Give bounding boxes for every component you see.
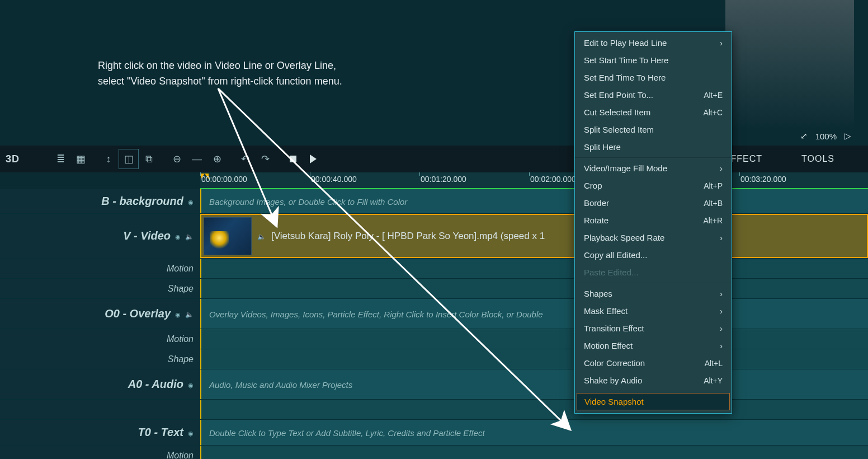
ruler-tick: 00:03:20.000 bbox=[740, 175, 786, 184]
track-label: Motion bbox=[167, 264, 194, 274]
grid-icon[interactable]: ▦ bbox=[70, 149, 91, 169]
clip-thumbnail bbox=[204, 217, 252, 255]
track-label: T0 - Text bbox=[138, 426, 184, 439]
split-panel-icon[interactable]: ⧉ bbox=[139, 149, 159, 169]
ruler-tick: 00:01:20.000 bbox=[421, 175, 466, 184]
track-video[interactable]: V - Video [Vietsub Kara] Roly Poly - [ H… bbox=[0, 214, 868, 259]
speaker-icon[interactable] bbox=[185, 232, 194, 241]
menu-item-label: Motion Effect bbox=[584, 341, 633, 350]
track-label: O0 - Overlay bbox=[105, 307, 171, 320]
menu-item-shortcut: Alt+R bbox=[703, 216, 723, 225]
menu-item[interactable]: RotateAlt+R bbox=[575, 212, 732, 229]
expand-icon[interactable]: ⤢ bbox=[800, 131, 808, 141]
menu-item[interactable]: Set End Time To Here bbox=[575, 69, 732, 86]
menu-item[interactable]: Video/Image Fill Mode› bbox=[575, 160, 732, 177]
menu-item-label: Video/Image Fill Mode bbox=[584, 163, 667, 173]
menu-item-label: Copy all Edited... bbox=[584, 250, 647, 260]
annotation-line-1: Right click on the video in Video Line o… bbox=[98, 58, 342, 74]
menu-item[interactable]: Split Here bbox=[575, 138, 732, 156]
eye-icon[interactable] bbox=[188, 380, 194, 389]
menu-item-label: Crop bbox=[584, 181, 602, 190]
menu-item-label: Shapes bbox=[584, 289, 612, 298]
timeline-ruler[interactable]: 00:00:00.00000:00:40.00000:01:20.00000:0… bbox=[0, 172, 868, 188]
menu-item[interactable]: Cut Selected ItemAlt+C bbox=[575, 104, 732, 121]
menu-item-label: Playback Speed Rate bbox=[584, 233, 664, 242]
menu-item[interactable]: Split Selected Item bbox=[575, 121, 732, 138]
align-left-icon[interactable]: ≣ bbox=[50, 149, 70, 169]
eye-icon[interactable] bbox=[188, 197, 194, 206]
menu-item-label: Set Start Time To Here bbox=[584, 55, 668, 65]
submenu-arrow-icon: › bbox=[720, 38, 723, 48]
menu-item-label: Shake by Audio bbox=[584, 376, 642, 385]
context-menu[interactable]: Edit to Play Head Line›Set Start Time To… bbox=[574, 31, 732, 414]
menu-item-label: Video Snapshot bbox=[584, 397, 644, 406]
menu-item-shortcut: Alt+E bbox=[704, 91, 723, 100]
clip-title: [Vietsub Kara] Roly Poly - [ HPBD Park S… bbox=[271, 231, 545, 242]
menu-item-label: Split Here bbox=[584, 142, 621, 152]
eye-icon[interactable] bbox=[175, 232, 181, 241]
menu-item-shortcut: Alt+Y bbox=[704, 376, 723, 385]
menu-item[interactable]: Color CorrectionAlt+L bbox=[575, 354, 732, 372]
track-video-shape[interactable]: Shape bbox=[0, 279, 868, 299]
menu-item-shortcut: Alt+C bbox=[703, 108, 723, 117]
eye-icon[interactable] bbox=[175, 310, 181, 319]
menu-item[interactable]: Set End Point To...Alt+E bbox=[575, 86, 732, 104]
track-video-motion[interactable]: Motion bbox=[0, 259, 868, 279]
redo-icon[interactable]: ↷ bbox=[255, 149, 275, 169]
play-icon[interactable]: ▷ bbox=[845, 131, 851, 141]
stop-button[interactable] bbox=[283, 149, 303, 169]
menu-item-label: Color Correction bbox=[584, 358, 645, 368]
tab-tools[interactable]: TOOLS bbox=[801, 154, 834, 164]
track-text-motion[interactable]: Motion bbox=[0, 446, 868, 459]
track-label: V - Video bbox=[123, 230, 171, 242]
submenu-arrow-icon: › bbox=[720, 341, 723, 350]
track-overlay-motion[interactable]: Motion bbox=[0, 329, 868, 349]
ruler-tick: 00:00:40.000 bbox=[311, 175, 357, 184]
menu-item[interactable]: Video Snapshot bbox=[577, 393, 730, 410]
menu-item[interactable]: Shapes› bbox=[575, 285, 732, 302]
track-overlay[interactable]: O0 - Overlay Overlay Videos, Images, Ico… bbox=[0, 299, 868, 329]
zoom-value: 100% bbox=[815, 132, 837, 141]
play-button[interactable] bbox=[303, 149, 323, 169]
track-label: Motion bbox=[167, 334, 194, 344]
annotation-text: Right click on the video in Video Line o… bbox=[98, 58, 342, 90]
menu-item[interactable]: Set Start Time To Here bbox=[575, 51, 732, 69]
eye-icon[interactable] bbox=[188, 428, 194, 437]
menu-item[interactable]: Edit to Play Head Line› bbox=[575, 34, 732, 51]
track-overlay-shape[interactable]: Shape bbox=[0, 349, 868, 369]
undo-icon[interactable]: ↶ bbox=[235, 149, 255, 169]
track-audio[interactable]: A0 - Audio Audio, Music and Audio Mixer … bbox=[0, 369, 868, 400]
menu-separator bbox=[575, 391, 732, 391]
menu-item[interactable]: BorderAlt+B bbox=[575, 194, 732, 212]
menu-item-label: Set End Point To... bbox=[584, 90, 653, 100]
menu-item-label: Paste Edited... bbox=[584, 268, 639, 277]
menu-item[interactable]: Transition Effect› bbox=[575, 320, 732, 337]
crop-icon[interactable]: ◫ bbox=[119, 149, 139, 169]
zoom-in-icon[interactable]: ⊕ bbox=[207, 149, 227, 169]
track-audio-spacer bbox=[0, 400, 868, 420]
menu-item-label: Cut Selected Item bbox=[584, 107, 650, 117]
menu-item[interactable]: Playback Speed Rate› bbox=[575, 229, 732, 246]
track-background[interactable]: B - background Background Images, or Dou… bbox=[0, 189, 868, 214]
track-label: Motion bbox=[167, 451, 194, 460]
slider-icon[interactable]: — bbox=[187, 149, 207, 169]
speaker-icon[interactable] bbox=[185, 310, 194, 319]
menu-item[interactable]: Motion Effect› bbox=[575, 337, 732, 354]
menu-item[interactable]: Copy all Edited... bbox=[575, 246, 732, 264]
track-text[interactable]: T0 - Text Double Click to Type Text or A… bbox=[0, 420, 868, 446]
menu-item[interactable]: CropAlt+P bbox=[575, 177, 732, 194]
zoom-indicator: ⤢ 100% ▷ bbox=[800, 131, 851, 141]
vertical-arrows-icon[interactable]: ↕ bbox=[98, 149, 119, 169]
video-clip[interactable]: [Vietsub Kara] Roly Poly - [ HPBD Park S… bbox=[201, 214, 868, 258]
preview-panel bbox=[725, 0, 854, 129]
submenu-arrow-icon: › bbox=[720, 289, 723, 298]
menu-item[interactable]: Mask Effect› bbox=[575, 302, 732, 320]
ruler-tick: 00:02:00.000 bbox=[530, 175, 576, 184]
submenu-arrow-icon: › bbox=[720, 233, 723, 242]
zoom-out-icon[interactable]: ⊖ bbox=[167, 149, 187, 169]
submenu-arrow-icon: › bbox=[720, 163, 723, 173]
menu-item-label: Mask Effect bbox=[584, 306, 628, 316]
3d-label[interactable]: 3D bbox=[6, 153, 20, 165]
menu-item[interactable]: Shake by AudioAlt+Y bbox=[575, 372, 732, 389]
track-label: Shape bbox=[168, 284, 194, 294]
